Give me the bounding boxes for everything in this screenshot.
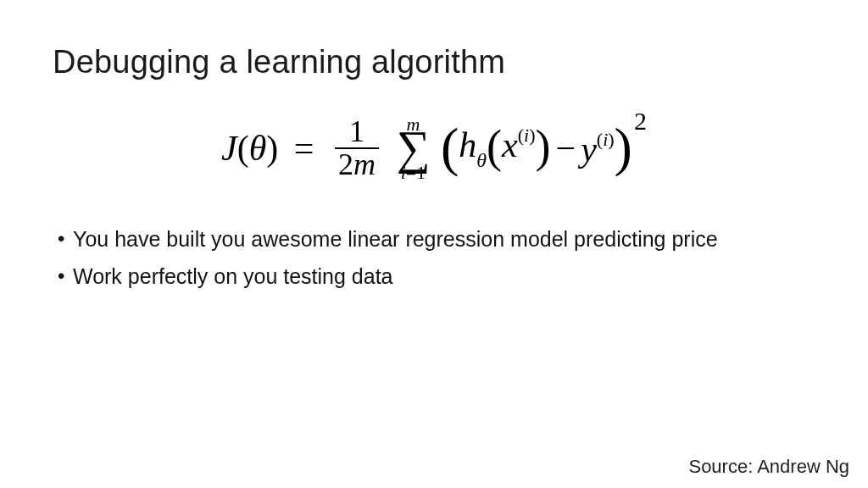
outer-paren-open: (	[441, 125, 459, 169]
source-attribution: Source: Andrew Ng	[688, 456, 849, 478]
fraction-numerator: 1	[335, 116, 379, 150]
summation: m ∑ i=1	[397, 115, 431, 182]
equals-sign: =	[294, 130, 314, 166]
fraction-denominator: 2m	[335, 149, 379, 181]
x-superscript: (i)	[518, 125, 536, 146]
h-subscript: θ	[476, 149, 487, 171]
bullet-item: You have built you awesome linear regres…	[58, 225, 718, 254]
outer-paren-close: )	[615, 125, 632, 169]
y-term: y(i)	[581, 130, 614, 167]
slide: Debugging a learning algorithm J(θ) = 1 …	[0, 0, 868, 488]
squared-exponent: 2	[634, 107, 647, 135]
cost-function-formula: J(θ) = 1 2m m ∑ i=1 (hθ(x(i))−y(i))2	[0, 108, 868, 182]
bullet-item: Work perfectly on you testing data	[58, 263, 718, 291]
minus-sign: −	[555, 130, 576, 166]
lhs-arg: θ	[249, 129, 267, 168]
lhs-func: J	[221, 129, 237, 168]
lhs: J(θ)	[221, 130, 278, 166]
bullet-list: You have built you awesome linear regres…	[58, 225, 718, 300]
fraction: 1 2m	[335, 116, 379, 182]
hypothesis-term: hθ(x(i))	[459, 126, 550, 170]
slide-title: Debugging a learning algorithm	[53, 44, 505, 80]
y-superscript: (i)	[597, 129, 615, 150]
sum-lower: i=1	[397, 164, 431, 182]
